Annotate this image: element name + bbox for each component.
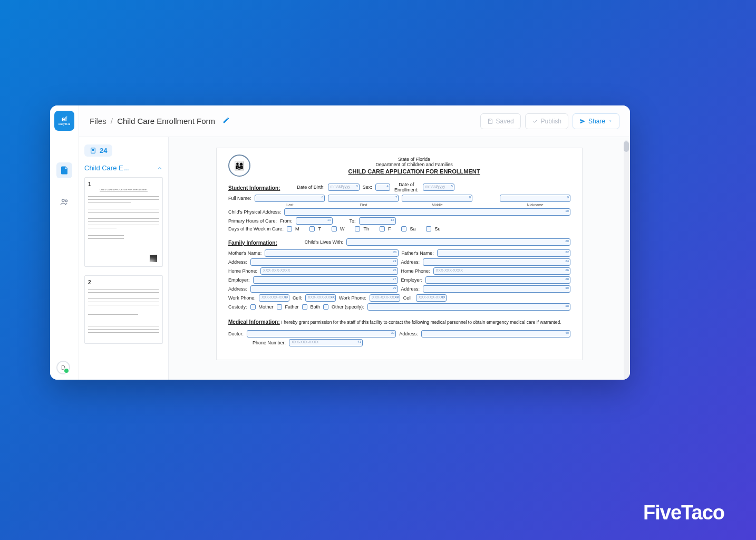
main-area: Files / Child Care Enrollment Form Saved…	[79, 105, 630, 380]
left-rail: ef easyfill.ai D	[50, 105, 79, 380]
sex-field[interactable]	[375, 184, 390, 191]
mother-emp-addr[interactable]	[250, 285, 398, 293]
mother-name-field[interactable]	[265, 249, 398, 257]
from-label: From:	[280, 218, 293, 224]
hours-label: Primary Hours of Care:	[228, 218, 277, 224]
logo-bottom: easyfill.ai	[59, 122, 70, 126]
medical-heading: Medical Information:	[228, 319, 280, 325]
saved-label: Saved	[496, 118, 514, 125]
days-row: Days of the Week in Care: M T W Th F Sa	[228, 226, 570, 232]
share-button[interactable]: Share	[573, 113, 619, 129]
enroll-label: Date of Enrollment:	[393, 182, 420, 192]
addr-field[interactable]	[284, 208, 570, 216]
dept-line: Department of Children and Families	[258, 162, 570, 167]
student-heading: Student Information:	[228, 185, 280, 191]
first-field[interactable]	[328, 195, 399, 202]
addr-label: Child's Physical Address:	[228, 209, 281, 215]
topbar: Files / Child Care Enrollment Form Saved…	[79, 105, 630, 137]
form-view[interactable]: 👨‍👩‍👧 State of Florida Department of Chi…	[169, 137, 630, 380]
app-window: ef easyfill.ai D Files / Child Care Enro…	[50, 105, 630, 380]
breadcrumb-current: Child Care Enrollment Form	[117, 117, 215, 126]
nickname-field[interactable]	[500, 195, 570, 202]
mother-employer[interactable]	[253, 276, 398, 284]
form-title: CHILD CARE APPLICATION FOR ENROLLMENT	[258, 168, 570, 175]
hours-row: Primary Hours of Care: From: To:	[228, 217, 570, 225]
cb-custody-other[interactable]	[323, 304, 328, 310]
page-thumb-2[interactable]: 2	[84, 275, 163, 344]
edit-title-icon[interactable]	[222, 117, 230, 126]
lives-with-field[interactable]	[346, 238, 570, 246]
cb-custody-mother[interactable]	[250, 304, 256, 310]
avatar[interactable]: D	[56, 361, 70, 374]
publish-button[interactable]: Publish	[525, 113, 568, 129]
addr-row: Child's Physical Address:	[228, 208, 570, 216]
sub-last: Last	[255, 203, 325, 207]
enroll-field[interactable]: mm/dd/yyyy	[423, 184, 454, 191]
days-label: Days of the Week in Care:	[228, 226, 284, 232]
cb-t[interactable]	[309, 226, 315, 232]
cb-w[interactable]	[332, 226, 337, 232]
dob-label: Date of Birth:	[297, 185, 325, 190]
mother-addr-field[interactable]	[250, 258, 398, 266]
doctor-phone-field[interactable]: XXX-XXX-XXXX	[289, 339, 363, 346]
cb-m[interactable]	[287, 226, 292, 232]
people-nav-icon[interactable]	[56, 194, 72, 210]
student-heading-row: Student Information: Date of Birth: mm/d…	[228, 181, 570, 193]
to-label: To:	[350, 218, 356, 224]
middle-field[interactable]	[402, 195, 472, 202]
mother-work-phone[interactable]: XXX-XXX-XXXX	[259, 294, 289, 302]
sub-middle: Middle	[402, 203, 473, 207]
cb-custody-father[interactable]	[277, 304, 282, 310]
avatar-initial: D	[61, 364, 65, 371]
breadcrumb-sep: /	[111, 117, 113, 126]
father-home-phone[interactable]: XXX-XXX-XXXX	[433, 267, 570, 275]
father-employer[interactable]	[425, 276, 570, 284]
from-field[interactable]	[296, 217, 333, 225]
doc-name: Child Care E...	[84, 164, 129, 172]
state-line: State of Florida	[258, 157, 570, 162]
cb-sa[interactable]	[401, 226, 406, 232]
doc-name-row[interactable]: Child Care E...	[84, 164, 163, 172]
saved-button[interactable]: Saved	[480, 113, 521, 129]
cb-f[interactable]	[380, 226, 385, 232]
field-count-badge: 24	[84, 144, 112, 157]
medical-consent: I hereby grant permission for the staff …	[282, 320, 561, 325]
to-field[interactable]	[359, 217, 396, 225]
watermark: FiveTaco	[643, 502, 724, 524]
mother-cell[interactable]: XXX-XXX-XXXX	[305, 294, 336, 302]
chevron-up-icon	[157, 165, 163, 171]
fullname-label: Full Name:	[228, 196, 251, 201]
cb-th[interactable]	[355, 226, 360, 232]
page-thumb-1[interactable]: 1 CHILD CARE APPLICATION FOR ENROLLMENT	[84, 177, 163, 267]
doctor-field[interactable]	[247, 330, 396, 338]
family-heading-row: Family Information: Child's Lives With:	[228, 236, 570, 248]
scrollbar-thumb[interactable]	[624, 141, 629, 152]
cb-su[interactable]	[426, 226, 431, 232]
publish-label: Publish	[541, 118, 561, 125]
sub-first: First	[328, 203, 399, 207]
form-header: 👨‍👩‍👧 State of Florida Department of Chi…	[228, 155, 570, 177]
last-field[interactable]	[255, 195, 325, 202]
qr-icon	[150, 255, 157, 262]
svg-point-0	[62, 199, 65, 202]
content-row: 24 Child Care E... 1 CHILD CARE APPLICAT…	[79, 137, 630, 380]
mother-home-phone[interactable]: XXX-XXX-XXXX	[260, 267, 398, 275]
father-work-phone[interactable]: XXX-XXX-XXXX	[370, 294, 400, 302]
cb-custody-both[interactable]	[302, 304, 307, 310]
father-emp-addr[interactable]	[423, 285, 570, 293]
father-addr-field[interactable]	[423, 258, 570, 266]
family-heading: Family Information:	[228, 240, 277, 246]
dob-field[interactable]: mm/dd/yyyy	[328, 184, 360, 191]
father-cell[interactable]: XXX-XXX-XXXX	[416, 294, 447, 302]
fullname-row: Full Name:	[228, 195, 570, 202]
father-name-field[interactable]	[437, 249, 570, 257]
breadcrumb: Files / Child Care Enrollment Form	[90, 117, 215, 126]
custody-other-field[interactable]	[367, 303, 570, 311]
lives-with-label: Child's Lives With:	[305, 239, 343, 245]
share-label: Share	[588, 118, 605, 125]
scrollbar-track[interactable]	[624, 140, 629, 380]
files-nav-icon[interactable]	[56, 162, 72, 178]
doctor-addr-field[interactable]	[421, 330, 570, 338]
breadcrumb-root[interactable]: Files	[90, 117, 106, 126]
sex-label: Sex:	[363, 185, 372, 190]
